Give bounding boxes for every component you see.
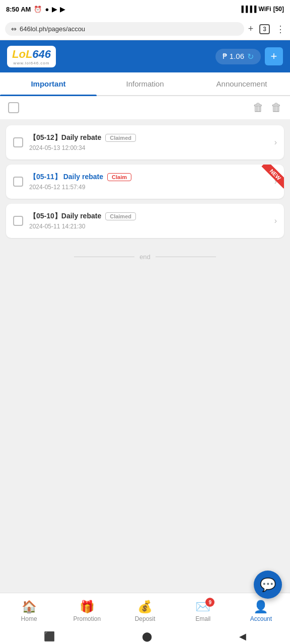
balance-box: ₱ 1.06 ↻ [215, 49, 261, 64]
balance-area: ₱ 1.06 ↻ + [215, 47, 283, 65]
logo: LoL646 www.lol646.com [7, 46, 56, 67]
message-item-2[interactable]: 【05-11】 Daily rebate Claim 2024-05-12 11… [6, 165, 284, 199]
play-icon: ▶ [52, 6, 57, 13]
email-icon-wrapper: ✉️ 9 [195, 600, 210, 614]
claimed-badge-1: Claimed [105, 134, 136, 142]
battery: [50] [273, 6, 284, 13]
claimed-badge-3: Claimed [105, 212, 136, 220]
tabs: Important Information Announcement [0, 72, 290, 96]
select-all-checkbox[interactable] [8, 102, 19, 113]
msg-date-3: 2024-05-11 14:21:30 [29, 223, 268, 230]
message-item-3[interactable]: 【05-10】Daily rebate Claimed 2024-05-11 1… [6, 204, 284, 238]
msg-checkbox-2[interactable] [13, 177, 23, 187]
app-header: LoL646 www.lol646.com ₱ 1.06 ↻ + [0, 40, 290, 72]
new-label: NEW [262, 165, 284, 188]
logo-sub: www.lol646.com [12, 61, 51, 65]
chat-icon: 💬 [260, 577, 276, 593]
toolbar: 🗑 🗑 [0, 96, 290, 119]
navigation-icon: ▶ [60, 6, 65, 13]
tab-information[interactable]: Information [97, 72, 193, 95]
time: 8:50 AM [6, 6, 31, 13]
msg-checkbox-3[interactable] [13, 216, 23, 226]
browser-icons: + 3 ⋮ [248, 24, 285, 35]
browser-bar: ⇔ 646lol.ph/pages/accou + 3 ⋮ [0, 18, 290, 40]
add-balance-button[interactable]: + [265, 47, 283, 65]
end-line-right [156, 257, 216, 257]
nav-deposit[interactable]: 💰 Deposit [116, 593, 174, 629]
messenger-icon: ● [45, 6, 49, 13]
new-tab-button[interactable]: + [248, 24, 254, 34]
status-bar: 8:50 AM ⏰ ● ▶ ▶ ▐▐▐▐ WiFi [50] [0, 0, 290, 18]
android-back-button[interactable]: ◀ [239, 631, 246, 642]
tab-announcement[interactable]: Announcement [193, 72, 290, 95]
bottom-nav: 🏠 Home 🎁 Promotion 💰 Deposit ✉️ 9 Email … [0, 593, 290, 629]
logo-lol: LoL [12, 48, 32, 60]
status-left: 8:50 AM ⏰ ● ▶ ▶ [6, 6, 65, 13]
message-item-1[interactable]: 【05-12】Daily rebate Claimed 2024-05-13 1… [6, 125, 284, 159]
msg-title-1: 【05-12】Daily rebate Claimed [29, 133, 268, 142]
claim-badge-2[interactable]: Claim [107, 173, 131, 181]
signal-icon: ▐▐▐▐ [239, 6, 256, 13]
msg-content-2: 【05-11】 Daily rebate Claim 2024-05-12 11… [29, 173, 268, 191]
nav-account[interactable]: 👤 Account [232, 593, 290, 629]
url-text: 646lol.ph/pages/accou [20, 25, 85, 33]
msg-date-1: 2024-05-13 12:00:34 [29, 144, 268, 151]
msg-date-2: 2024-05-12 11:57:49 [29, 184, 268, 191]
alarm-icon: ⏰ [34, 6, 42, 13]
balance-amount: ₱ 1.06 [223, 52, 244, 61]
msg-content-3: 【05-10】Daily rebate Claimed 2024-05-11 1… [29, 212, 268, 230]
home-icon: 🏠 [22, 600, 37, 614]
end-line-left [74, 257, 134, 257]
android-nav: ⬛ ⬤ ◀ [0, 629, 290, 644]
msg-title-2: 【05-11】 Daily rebate Claim [29, 173, 268, 182]
tab-icon: ⇔ [11, 25, 17, 33]
android-square-button[interactable]: ⬛ [44, 631, 55, 642]
android-home-button[interactable]: ⬤ [142, 631, 152, 642]
tab-count[interactable]: 3 [259, 24, 270, 34]
message-list: 【05-12】Daily rebate Claimed 2024-05-13 1… [0, 120, 290, 593]
tab-important[interactable]: Important [0, 72, 97, 95]
refresh-icon[interactable]: ↻ [247, 52, 254, 61]
wifi-icon: WiFi [258, 6, 271, 13]
chevron-right-icon-1: › [274, 138, 277, 147]
msg-checkbox-1[interactable] [13, 137, 23, 147]
logo-646: 646 [32, 48, 51, 60]
delete-button[interactable]: 🗑 [253, 101, 264, 114]
nav-email[interactable]: ✉️ 9 Email [174, 593, 232, 629]
promotion-icon: 🎁 [80, 600, 95, 614]
msg-content-1: 【05-12】Daily rebate Claimed 2024-05-13 1… [29, 133, 268, 151]
account-icon: 👤 [253, 600, 268, 614]
status-right: ▐▐▐▐ WiFi [50] [239, 6, 284, 13]
nav-home[interactable]: 🏠 Home [0, 593, 58, 629]
toolbar-icons: 🗑 🗑 [253, 101, 282, 114]
chevron-right-icon-3: › [274, 216, 277, 225]
delete-all-button[interactable]: 🗑 [271, 101, 282, 114]
url-bar[interactable]: ⇔ 646lol.ph/pages/accou [5, 22, 244, 36]
menu-button[interactable]: ⋮ [276, 24, 285, 35]
email-badge: 9 [205, 598, 214, 607]
new-ribbon: NEW [254, 165, 284, 195]
deposit-icon: 💰 [137, 600, 153, 614]
chat-button[interactable]: 💬 [254, 571, 282, 599]
msg-title-3: 【05-10】Daily rebate Claimed [29, 212, 268, 221]
nav-promotion[interactable]: 🎁 Promotion [58, 593, 116, 629]
end-text: end [6, 243, 284, 271]
